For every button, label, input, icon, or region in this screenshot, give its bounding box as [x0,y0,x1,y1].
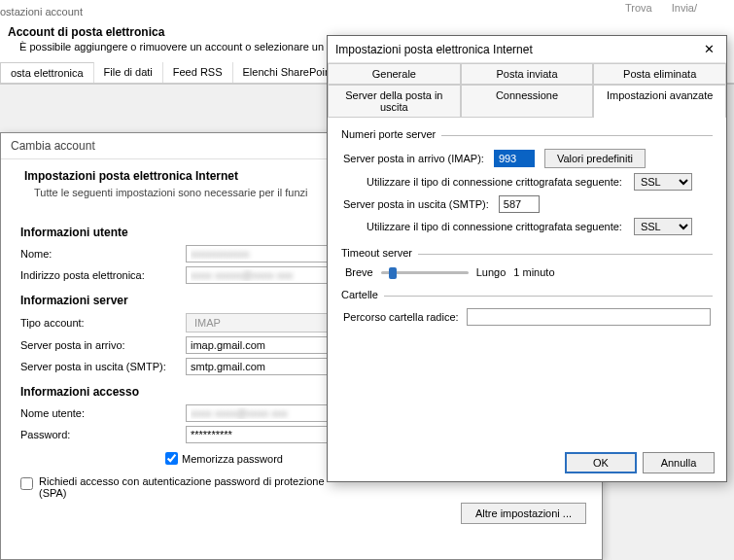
folders-group: Cartelle Percorso cartella radice: [341,296,713,332]
ports-legend: Numeri porte server [341,128,441,140]
username-input[interactable] [186,404,346,422]
tab-datafiles[interactable]: File di dati [94,62,163,83]
root-folder-input[interactable] [467,308,711,326]
tab-outgoing-server[interactable]: Server della posta in uscita [328,85,461,117]
spa-checkbox[interactable] [20,477,33,490]
tab-connection[interactable]: Connessione [461,85,594,117]
find-button[interactable]: Trova [625,2,652,14]
send-button[interactable]: Invia/ [672,2,697,14]
defaults-button[interactable]: Valori predefiniti [544,149,646,168]
tab-deleted[interactable]: Posta eliminata [593,63,726,84]
close-icon[interactable]: ✕ [700,42,718,56]
incoming-server-input[interactable] [186,336,346,354]
label-name: Nome: [20,248,186,260]
tab-email[interactable]: osta elettronica [0,62,94,83]
label-timeout-value: 1 minuto [513,266,554,278]
imap-encryption-select[interactable]: SSL [634,173,692,191]
remember-password-label: Memorizza password [182,453,283,465]
timeout-slider[interactable] [381,271,469,274]
label-short: Breve [345,266,373,278]
timeout-legend: Timeout server [341,247,418,259]
cancel-button[interactable]: Annulla [643,452,715,473]
outgoing-server-input[interactable] [186,358,346,375]
internet-email-settings-dialog: Impostazioni posta elettronica Internet … [327,35,727,482]
tab-general[interactable]: Generale [328,63,461,84]
tab-advanced[interactable]: Impostazioni avanzate [593,85,726,117]
ok-button[interactable]: OK [565,452,637,473]
label-imap-encryption: Utilizzare il tipo di connessione critto… [367,176,622,188]
folders-legend: Cartelle [341,289,384,300]
label-imap-port: Server posta in arrivo (IMAP): [343,153,484,164]
remember-password-checkbox[interactable] [165,452,178,465]
password-input[interactable] [186,426,346,443]
smtp-port-input[interactable] [499,195,540,213]
dialog-title: Impostazioni posta elettronica Internet [335,43,533,56]
account-type-select: IMAP [186,313,346,332]
tab-rss[interactable]: Feed RSS [163,62,233,83]
label-smtp-encryption: Utilizzare il tipo di connessione critto… [367,221,622,232]
label-long: Lungo [476,266,507,278]
label-smtp-port: Server posta in uscita (SMTP): [343,198,489,210]
label-outgoing-server: Server posta in uscita (SMTP): [20,361,186,372]
timeout-group: Timeout server Breve Lungo 1 minuto [341,254,713,284]
tab-sent[interactable]: Posta inviata [461,63,594,84]
more-settings-button[interactable]: Altre impostazioni ... [461,503,586,524]
label-username: Nome utente: [20,407,186,419]
toolbar-buttons: Trova Invia/ [617,0,705,16]
label-email: Indirizzo posta elettronica: [20,269,186,281]
label-root-folder: Percorso cartella radice: [343,311,459,323]
spa-label: Richiedi accesso con autenticazione pass… [39,475,340,499]
ports-group: Numeri porte server Server posta in arri… [341,135,713,242]
imap-port-input[interactable] [494,150,535,167]
smtp-encryption-select[interactable]: SSL [634,218,692,235]
label-incoming-server: Server posta in arrivo: [20,339,186,351]
slider-thumb-icon[interactable] [389,267,397,279]
label-password: Password: [20,429,186,440]
name-input[interactable] [186,245,346,262]
label-account-type: Tipo account: [20,317,186,329]
email-input[interactable] [186,266,346,284]
